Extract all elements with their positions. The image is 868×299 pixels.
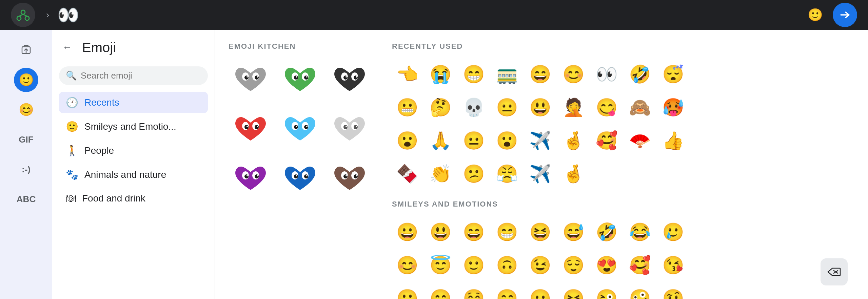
recent-emoji[interactable]: 😃 <box>525 92 555 123</box>
smiley-emoji[interactable]: 😜 <box>591 283 622 299</box>
recent-emoji[interactable]: ✈️ <box>525 125 555 156</box>
svg-point-50 <box>257 175 258 176</box>
smiley-emoji[interactable]: 😊 <box>392 250 422 280</box>
recent-emoji[interactable]: 😤 <box>492 158 522 189</box>
recent-emoji[interactable]: 🤞 <box>558 125 589 156</box>
sidebar-item-emoji[interactable]: 🙂 <box>14 68 38 92</box>
smiley-emoji[interactable]: 🥰 <box>625 250 655 280</box>
recent-emoji[interactable]: 👀 <box>591 59 622 89</box>
smiley-emoji[interactable]: 😌 <box>558 250 589 280</box>
svg-point-30 <box>255 125 259 129</box>
recent-emoji[interactable]: 🥰 <box>591 125 622 156</box>
cat-item-recents[interactable]: 🕐 Recents <box>59 92 208 113</box>
recent-emoji[interactable]: 😮 <box>492 125 522 156</box>
smiley-emoji[interactable]: 😁 <box>492 217 522 247</box>
recent-emoji[interactable]: 😭 <box>425 59 456 89</box>
kitchen-emoji-5[interactable] <box>278 108 322 152</box>
back-button[interactable]: ← <box>59 39 75 56</box>
recent-emoji[interactable]: 👈 <box>392 59 422 89</box>
smiley-emoji[interactable]: 🤨 <box>658 283 688 299</box>
kitchen-emoji-2[interactable] <box>278 59 322 103</box>
smiley-emoji[interactable]: 😋 <box>492 283 522 299</box>
cat-item-people-label: People <box>84 145 114 156</box>
recent-emoji[interactable]: 🤦 <box>558 92 589 123</box>
cat-item-food[interactable]: 🍽 Food and drink <box>59 188 208 209</box>
smiley-emoji[interactable]: 😝 <box>558 283 589 299</box>
recent-emoji[interactable]: 😊 <box>558 59 589 89</box>
cat-item-people[interactable]: 🚶 People <box>59 140 208 161</box>
recent-emoji[interactable]: 😄 <box>525 59 555 89</box>
backspace-button[interactable] <box>821 258 848 285</box>
recent-emoji[interactable]: 👍 <box>658 125 688 156</box>
smiley-emoji[interactable]: 😄 <box>458 217 489 247</box>
recent-emoji[interactable]: 😁 <box>458 59 489 89</box>
svg-point-19 <box>296 76 297 78</box>
search-input[interactable] <box>81 70 201 81</box>
emoji-sidebar-icon: 🙂 <box>19 73 34 87</box>
recent-emoji[interactable]: 🤣 <box>625 59 655 89</box>
smiley-emoji[interactable]: 😘 <box>658 250 688 280</box>
recent-emoji[interactable]: 😋 <box>591 92 622 123</box>
kitchen-emoji-1[interactable] <box>229 59 273 103</box>
smiley-emoji[interactable]: 😗 <box>392 283 422 299</box>
smiley-emoji[interactable]: 😚 <box>458 283 489 299</box>
send-button[interactable] <box>833 3 857 27</box>
kitchen-emoji-4[interactable] <box>229 108 273 152</box>
recent-emoji[interactable]: 🙏 <box>425 125 456 156</box>
recent-emoji[interactable]: 👏 <box>425 158 456 189</box>
cat-sidebar-title: Emoji <box>82 40 116 55</box>
svg-point-62 <box>356 175 357 176</box>
sidebar-item-abc[interactable]: ABC <box>14 187 38 211</box>
recent-emoji[interactable]: 💀 <box>458 92 489 123</box>
topbar: › 👀 🙂 <box>0 0 868 30</box>
cat-sidebar-header: ← Emoji <box>59 39 208 56</box>
svg-point-44 <box>356 126 357 127</box>
smiley-emoji[interactable]: 😀 <box>392 217 422 247</box>
smiley-emoji[interactable]: 😇 <box>425 250 456 280</box>
recent-emoji[interactable]: 🤔 <box>425 92 456 123</box>
smiley-emoji[interactable]: 😃 <box>425 217 456 247</box>
smiley-emoji[interactable]: 🥲 <box>658 217 688 247</box>
recent-emoji[interactable]: 😮 <box>392 125 422 156</box>
recent-emoji[interactable]: ✈️ <box>525 158 555 189</box>
smiley-emoji[interactable]: 😆 <box>525 217 555 247</box>
smiley-emoji[interactable]: 🤪 <box>625 283 655 299</box>
smiley-emoji[interactable]: 😅 <box>558 217 589 247</box>
svg-point-35 <box>294 125 298 129</box>
smiley-emoji[interactable]: 🙃 <box>492 250 522 280</box>
kitchen-emoji-9[interactable] <box>328 158 372 202</box>
recents-icon: 🕐 <box>66 97 78 108</box>
svg-point-29 <box>244 125 249 129</box>
kitchen-emoji-7[interactable] <box>229 158 273 202</box>
smiley-emoji[interactable]: 😂 <box>625 217 655 247</box>
topbar-emoji-button[interactable]: 🙂 <box>806 5 825 24</box>
kitchen-emoji-3[interactable] <box>328 59 372 103</box>
cat-item-animals[interactable]: 🐾 Animals and nature <box>59 164 208 185</box>
recent-emoji[interactable]: 😴 <box>658 59 688 89</box>
kitchen-emoji-6[interactable] <box>328 108 372 152</box>
smiley-emoji[interactable]: 🙂 <box>458 250 489 280</box>
recent-emoji[interactable]: 🥵 <box>658 92 688 123</box>
sidebar-item-share[interactable] <box>14 38 38 62</box>
sidebar-item-text-face[interactable]: :-) <box>14 157 38 181</box>
sidebar-item-gif[interactable]: GIF <box>14 127 38 152</box>
smiley-emoji[interactable]: 🤣 <box>591 217 622 247</box>
recent-emoji[interactable]: 😕 <box>458 158 489 189</box>
smiley-emoji[interactable]: 😙 <box>425 283 456 299</box>
recent-emoji[interactable]: 🤞 <box>558 158 589 189</box>
recent-emoji[interactable]: 😐 <box>492 92 522 123</box>
cat-item-smileys[interactable]: 🙂 Smileys and Emotio... <box>59 116 208 137</box>
recent-emoji[interactable]: 🙈 <box>625 92 655 123</box>
recent-emoji[interactable]: 😬 <box>392 92 422 123</box>
smiley-emoji[interactable]: 😉 <box>525 250 555 280</box>
smiley-emoji[interactable]: 😛 <box>525 283 555 299</box>
smiley-emoji[interactable]: 😍 <box>591 250 622 280</box>
svg-point-54 <box>304 174 308 178</box>
recent-emoji[interactable]: 😐 <box>458 125 489 156</box>
kitchen-emoji-8[interactable] <box>278 158 322 202</box>
recent-emoji[interactable]: 🚃 <box>492 59 522 89</box>
recent-emoji[interactable]: 🪭 <box>625 125 655 156</box>
svg-point-25 <box>346 76 347 78</box>
recent-emoji[interactable]: 🍫 <box>392 158 422 189</box>
sidebar-item-sticker[interactable]: 😊 <box>14 98 38 122</box>
